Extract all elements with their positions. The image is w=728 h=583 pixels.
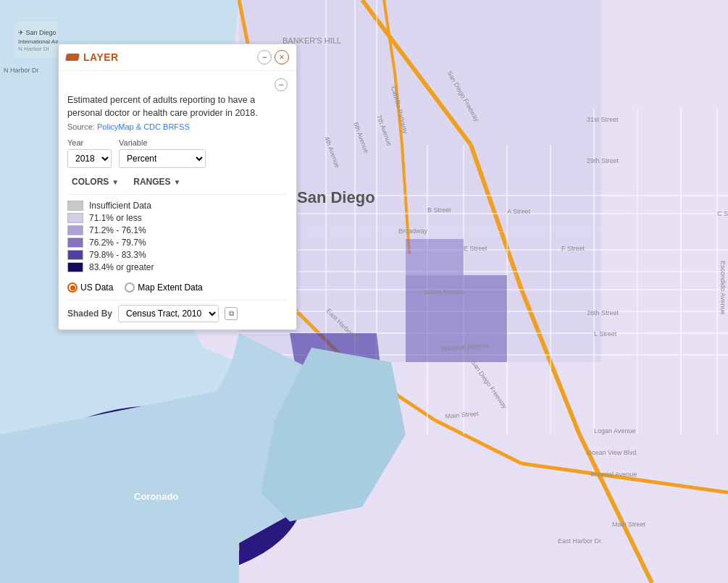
legend-swatch bbox=[67, 238, 83, 248]
panel-title: LAYER bbox=[83, 51, 119, 63]
year-select[interactable]: 2018 bbox=[67, 149, 112, 168]
svg-text:Logan Avenue: Logan Avenue bbox=[594, 427, 635, 435]
legend-item: Insufficient Data bbox=[67, 201, 288, 211]
legend-swatch bbox=[67, 225, 83, 235]
svg-text:N Harbor Dr: N Harbor Dr bbox=[4, 67, 39, 74]
svg-text:✈ San Diego: ✈ San Diego bbox=[18, 29, 57, 36]
radio-label: US Data bbox=[80, 282, 113, 293]
ranges-label: RANGES bbox=[133, 177, 170, 187]
legend-item: 83.4% or greater bbox=[67, 262, 288, 272]
variable-field-group: Variable Percent bbox=[119, 138, 206, 168]
year-label: Year bbox=[67, 138, 112, 147]
data-source-row: US Data Map Extent Data bbox=[67, 280, 288, 293]
svg-text:Escondido Avenue: Escondido Avenue bbox=[719, 261, 727, 314]
legend-label: 71.2% - 76.1% bbox=[89, 225, 146, 235]
legend-swatch bbox=[67, 250, 83, 260]
svg-text:28th Street: 28th Street bbox=[587, 309, 619, 316]
variable-select[interactable]: Percent bbox=[119, 149, 206, 168]
svg-text:F Street: F Street bbox=[561, 245, 585, 252]
panel-controls: − × bbox=[257, 50, 289, 64]
colors-ranges-row: COLORS ▼ RANGES ▼ bbox=[67, 175, 288, 195]
legend-label: 76.2% - 79.7% bbox=[89, 238, 146, 248]
legend-label: 71.1% or less bbox=[89, 213, 142, 223]
svg-text:Broadway: Broadway bbox=[398, 227, 428, 235]
legend-label: 79.8% - 83.3% bbox=[89, 250, 146, 260]
legend-swatch bbox=[67, 201, 83, 211]
svg-text:East Harbor Dr.: East Harbor Dr. bbox=[558, 537, 603, 545]
shaded-by-label: Shaded By bbox=[67, 309, 112, 319]
svg-text:Coronado: Coronado bbox=[134, 491, 178, 502]
svg-text:E Street: E Street bbox=[464, 245, 488, 252]
colors-chevron-icon: ▼ bbox=[112, 178, 119, 186]
svg-text:International Air: International Air bbox=[18, 38, 59, 45]
svg-text:Imperial Avenue: Imperial Avenue bbox=[590, 471, 637, 478]
layer-icon bbox=[65, 54, 80, 61]
svg-text:San Diego: San Diego bbox=[297, 188, 375, 206]
legend: Insufficient Data 71.1% or less 71.2% - … bbox=[67, 201, 288, 272]
layer-panel: LAYER − × − Estimated percent of adults … bbox=[58, 43, 297, 330]
svg-text:31st Street: 31st Street bbox=[587, 116, 619, 123]
legend-swatch bbox=[67, 262, 83, 272]
legend-label: 83.4% or greater bbox=[89, 262, 154, 272]
radio-option-us-data[interactable]: US Data bbox=[67, 282, 113, 293]
svg-text:B Street: B Street bbox=[427, 206, 451, 214]
legend-item: 71.2% - 76.1% bbox=[67, 225, 288, 235]
legend-label: Insufficient Data bbox=[89, 201, 151, 211]
panel-title-group: LAYER bbox=[66, 51, 119, 63]
ranges-chevron-icon: ▼ bbox=[174, 178, 181, 186]
source-link[interactable]: PolicyMap & CDC BRFSS bbox=[97, 122, 190, 131]
layer-description: Estimated percent of adults reporting to… bbox=[67, 94, 288, 119]
legend-item: 79.8% - 83.3% bbox=[67, 250, 288, 260]
year-field-group: Year 2018 bbox=[67, 138, 112, 168]
radio-dot bbox=[125, 282, 135, 293]
panel-header: LAYER − × bbox=[59, 44, 296, 71]
svg-text:Main Street: Main Street bbox=[612, 521, 646, 528]
source-line: Source: PolicyMap & CDC BRFSS bbox=[67, 122, 288, 131]
legend-item: 71.1% or less bbox=[67, 213, 288, 223]
ranges-button[interactable]: RANGES ▼ bbox=[129, 175, 185, 188]
svg-text:29th Street: 29th Street bbox=[587, 157, 619, 164]
legend-swatch bbox=[67, 213, 83, 223]
shaded-by-select[interactable]: Census Tract, 2010 bbox=[118, 305, 219, 322]
svg-rect-38 bbox=[406, 239, 464, 275]
minimize-button[interactable]: − bbox=[257, 50, 272, 64]
panel-body: − Estimated percent of adults reporting … bbox=[59, 71, 296, 330]
source-label: Source: bbox=[67, 122, 95, 131]
section-collapse-button[interactable]: − bbox=[275, 78, 288, 91]
legend-item: 76.2% - 79.7% bbox=[67, 238, 288, 248]
colors-button[interactable]: COLORS ▼ bbox=[67, 175, 123, 188]
close-button[interactable]: × bbox=[275, 50, 289, 64]
svg-text:Island Avenue: Island Avenue bbox=[424, 288, 464, 295]
radio-option-map-extent-data[interactable]: Map Extent Data bbox=[125, 282, 202, 293]
svg-text:L Street: L Street bbox=[594, 330, 617, 337]
svg-text:Ocean View Blvd.: Ocean View Blvd. bbox=[587, 449, 638, 456]
svg-text:A Street: A Street bbox=[507, 208, 531, 215]
shaded-by-row: Shaded By Census Tract, 2010 ⧉ bbox=[67, 300, 288, 322]
colors-label: COLORS bbox=[72, 177, 109, 187]
svg-text:C Street: C Street bbox=[717, 210, 728, 217]
radio-label: Map Extent Data bbox=[138, 282, 202, 293]
copy-button[interactable]: ⧉ bbox=[225, 307, 238, 320]
variable-label: Variable bbox=[119, 138, 206, 147]
radio-dot bbox=[67, 282, 78, 293]
field-row: Year 2018 Variable Percent bbox=[67, 138, 288, 168]
svg-text:N Harbor Dr: N Harbor Dr bbox=[18, 46, 49, 52]
